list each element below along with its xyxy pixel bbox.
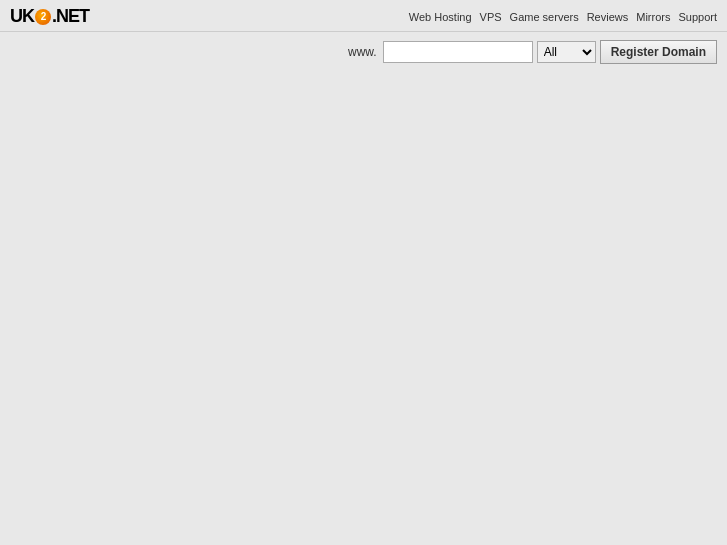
nav-vps[interactable]: VPS: [480, 11, 502, 23]
tld-select[interactable]: All .co.uk .com .net .org .uk: [537, 41, 596, 63]
www-label: www.: [348, 45, 377, 59]
nav-mirrors[interactable]: Mirrors: [636, 11, 670, 23]
domain-input[interactable]: [383, 41, 533, 63]
nav-game-servers[interactable]: Game servers: [510, 11, 579, 23]
site-logo: UK .NET: [10, 6, 89, 27]
logo-icon: [35, 9, 51, 25]
register-domain-button[interactable]: Register Domain: [600, 40, 717, 64]
logo-uk-text: UK: [10, 6, 34, 27]
nav-web-hosting[interactable]: Web Hosting: [409, 11, 472, 23]
nav-support[interactable]: Support: [678, 11, 717, 23]
main-nav: Web Hosting VPS Game servers Reviews Mir…: [409, 11, 717, 23]
main-content: [0, 72, 727, 92]
domain-search-bar: www. All .co.uk .com .net .org .uk Regis…: [0, 32, 727, 72]
logo-net-text: .NET: [52, 6, 89, 27]
nav-reviews[interactable]: Reviews: [587, 11, 629, 23]
